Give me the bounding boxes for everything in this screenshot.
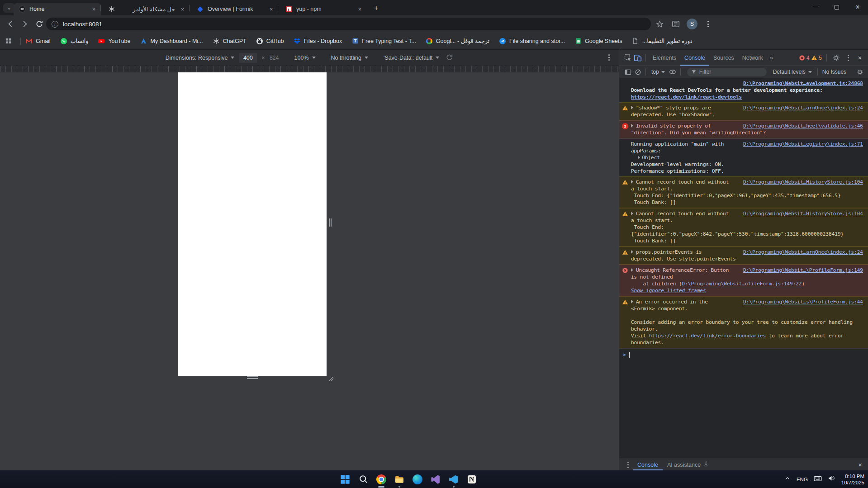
browser-tab[interactable]: yup - npm×	[280, 3, 367, 15]
devtools-tab-network[interactable]: Network	[738, 50, 767, 66]
reload-button[interactable]	[33, 18, 45, 30]
reading-list-button[interactable]	[671, 19, 681, 29]
message-link[interactable]: https://react.dev/link/error-boundaries	[649, 333, 766, 339]
bookmark-star-button[interactable]	[655, 19, 664, 29]
source-location-link[interactable]: D:\Programing\Websit…egistry\index.js:71	[743, 141, 863, 147]
devtools-settings-button[interactable]	[831, 53, 841, 63]
show-frames-link[interactable]: Show ignore-listed frames	[631, 288, 706, 294]
apps-shortcut[interactable]	[5, 38, 15, 45]
object-preview[interactable]: Object	[642, 155, 660, 161]
source-location-link[interactable]: D:\Programing\Websit…arnOnce\index.js:24	[743, 249, 863, 256]
tray-chevron-up-button[interactable]	[784, 475, 791, 483]
taskbar-notion-button[interactable]	[465, 473, 479, 486]
viewport-resize-handle-right[interactable]	[329, 218, 332, 227]
source-location-link[interactable]: D:\Programing\Websit…HistoryStore.js:104	[743, 210, 863, 217]
viewport-resize-handle-bottom[interactable]	[247, 376, 258, 379]
source-location-link[interactable]: D:\Programing\Websit…HistoryStore.js:104	[743, 179, 863, 185]
volume-button[interactable]	[828, 474, 835, 484]
inspect-element-button[interactable]	[623, 53, 633, 63]
viewport-resize-handle-corner[interactable]	[327, 375, 334, 381]
tab-close-button[interactable]: ×	[90, 5, 98, 13]
bookmark-item[interactable]: دورة تطوير التطبيقا...	[632, 38, 693, 45]
log-levels-select[interactable]: Default levels	[770, 69, 815, 75]
tab-close-button[interactable]: ×	[356, 5, 364, 13]
save-data-select[interactable]: 'Save-Data': default	[384, 55, 439, 61]
devtools-close-button[interactable]: ×	[855, 53, 865, 63]
browser-tab[interactable]: Home×	[14, 3, 101, 15]
device-height-value[interactable]: 824	[270, 55, 279, 61]
devtools-tab-elements[interactable]: Elements	[649, 50, 680, 66]
bookmark-item[interactable]: File sharing and stor...	[499, 38, 565, 45]
window-minimize-button[interactable]	[806, 0, 826, 14]
bookmark-item[interactable]: YouTube	[98, 38, 130, 45]
execution-context-select[interactable]: top	[649, 69, 668, 75]
taskbar-file-explorer-button[interactable]	[393, 473, 406, 486]
touch-keyboard-button[interactable]	[814, 474, 822, 484]
zoom-select[interactable]: 100%	[294, 55, 316, 61]
message-link[interactable]: https://react.dev/link/react-devtools	[631, 94, 742, 100]
tab-close-button[interactable]: ×	[267, 5, 275, 13]
expand-caret-icon[interactable]	[631, 268, 633, 272]
devtools-tab-console[interactable]: Console	[680, 50, 709, 66]
console-prompt[interactable]: >	[619, 348, 868, 361]
taskbar-clock[interactable]: 8:10 PM 10/7/2025	[841, 473, 864, 486]
devtools-menu-button[interactable]	[843, 53, 853, 63]
window-close-button[interactable]: ×	[847, 0, 868, 14]
bookmark-item[interactable]: Free Typing Test - T...	[351, 38, 416, 45]
taskbar-edge-button[interactable]	[411, 473, 424, 486]
console-warning-badge[interactable]: 5	[811, 55, 822, 61]
console-settings-button[interactable]	[855, 67, 865, 77]
console-error-badge[interactable]: 4	[799, 55, 810, 61]
expand-caret-icon[interactable]	[631, 124, 633, 128]
source-location-link[interactable]: D:\Programing\Websit…s\ProfileForm.js:44	[743, 298, 863, 305]
throttling-select[interactable]: No throttling	[331, 55, 368, 61]
device-width-input[interactable]	[239, 53, 257, 63]
drawer-tab-console[interactable]: Console	[633, 459, 663, 470]
expand-caret-icon[interactable]	[631, 300, 633, 303]
expand-caret-icon[interactable]	[631, 180, 633, 184]
drawer-menu-button[interactable]	[623, 460, 633, 470]
device-toolbar-menu-button[interactable]	[608, 54, 610, 61]
source-location-link[interactable]: D:\Programing\Websit…arnOnce\index.js:24	[743, 104, 863, 111]
expand-caret-icon[interactable]	[631, 212, 633, 215]
language-indicator[interactable]: ENG	[797, 477, 808, 482]
browser-tab[interactable]: حل مشكلة الأوامر×	[103, 3, 190, 15]
taskbar-start-button[interactable]	[338, 473, 352, 486]
taskbar-visual-studio-button[interactable]	[429, 473, 442, 486]
message-link[interactable]: D:\Programing\Websit…ofileForm.js:149:22	[682, 281, 802, 287]
expand-caret-icon[interactable]	[631, 250, 633, 254]
bookmark-item[interactable]: ChatGPT	[213, 38, 247, 45]
bookmark-item[interactable]: Google Sheets	[574, 38, 622, 45]
clear-console-button[interactable]	[633, 67, 643, 77]
taskbar-search-button[interactable]	[356, 473, 370, 486]
taskbar-chrome-button[interactable]	[375, 473, 388, 486]
console-sidebar-toggle[interactable]	[623, 67, 633, 77]
forward-button[interactable]	[19, 18, 31, 30]
window-maximize-button[interactable]	[826, 0, 847, 14]
toggle-device-toolbar-button[interactable]	[633, 53, 643, 63]
bookmark-item[interactable]: My Dashboard - Mi...	[140, 38, 203, 45]
bookmark-item[interactable]: Files - Dropbox	[294, 38, 342, 45]
issues-status[interactable]: No Issues	[822, 69, 846, 75]
taskbar-vscode-button[interactable]	[447, 473, 460, 486]
back-button[interactable]	[5, 18, 16, 30]
profile-avatar[interactable]: S	[687, 19, 697, 29]
bookmark-item[interactable]: واتساب	[60, 38, 89, 45]
bookmark-item[interactable]: Googl... - ترجمة قوقل	[426, 38, 489, 45]
source-location-link[interactable]: D:\Programing\Websit…evelopment.js:24868	[636, 80, 863, 87]
tab-close-button[interactable]: ×	[179, 5, 186, 13]
new-tab-button[interactable]: +	[371, 3, 382, 13]
drawer-tab-ai-assistance[interactable]: AI assistance	[663, 459, 714, 470]
live-expression-button[interactable]	[668, 67, 678, 77]
bookmark-item[interactable]: GitHub	[256, 38, 284, 45]
expand-caret-icon[interactable]	[638, 156, 640, 159]
browser-menu-button[interactable]	[703, 19, 713, 29]
source-location-link[interactable]: D:\Programing\Websit…\ProfileForm.js:149	[743, 267, 863, 274]
devtools-tab-sources[interactable]: Sources	[709, 50, 738, 66]
site-info-icon[interactable]: i	[52, 21, 58, 28]
browser-tab[interactable]: Overview | Formik×	[192, 3, 279, 15]
drawer-close-button[interactable]: ×	[855, 461, 865, 469]
rotate-button[interactable]	[446, 53, 453, 62]
console-filter-input[interactable]: Filter	[687, 68, 767, 76]
expand-caret-icon[interactable]	[631, 106, 633, 109]
